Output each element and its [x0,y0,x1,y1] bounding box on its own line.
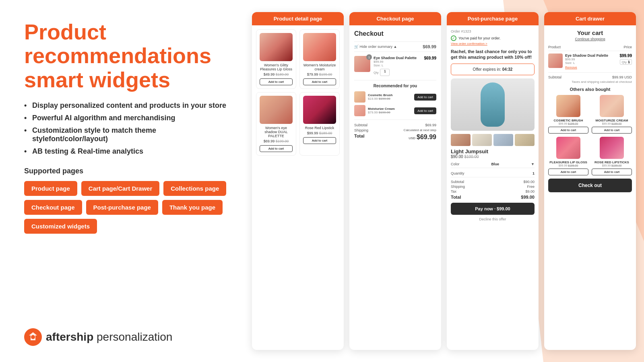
feature-item: Customization style to match theme style… [24,126,228,143]
order-summary-toggle[interactable]: 🛒 Hide order summary ▲ $69.99 [354,41,436,52]
cart-subtotal-val: $99.99 USD [612,75,632,79]
cart-product-image [548,53,563,68]
post-purchase-panel: Post-purchase page Order #1323 ✓ You've … [447,12,539,350]
checkout-button[interactable]: Check out [548,179,632,192]
chevron-down-icon: ▼ [531,162,535,166]
product-name-4: Rose Red Lipstick [305,126,334,130]
rec-image-1 [354,91,365,103]
checkout-panel: Checkout page Checkout 🛒 Hide order summ… [349,12,441,350]
product-main-name: Light Jumpsuit [451,148,535,154]
cart-prod-price: $99.99 [565,58,617,61]
product-showcase [451,78,535,131]
add-to-cart-btn-1[interactable]: Add to cart [260,78,293,85]
decline-link[interactable]: Decline this offer [451,217,535,221]
cart-rec-item-2: MOISTURIZE CREAM $99.99 $199.00 Add to c… [592,95,632,134]
summary-price: $69.99 [423,44,436,49]
shipping-row: Shipping Calculated at next step [354,128,436,132]
left-panel: Product recommendations smart widgets Di… [0,0,252,362]
your-cart-title: Your cart [548,29,632,36]
cart-rec-add-btn-1[interactable]: Add to cart [548,127,588,134]
product-name-1: Women's Glitty Pleasures Lip Gloss [260,63,293,71]
add-to-cart-btn-3[interactable]: Add to cart [260,145,293,152]
brand-name: aftership personalization [46,331,172,343]
page-badge[interactable]: Collections page [163,181,226,196]
showcase-thumbs [451,134,535,146]
cart-tax-note: Taxes and shipping calculated at checkou… [548,80,632,84]
page-badge[interactable]: Post-purchase page [86,200,158,215]
color-select[interactable]: Color Blue ▼ [451,160,535,168]
cart-rec-image-1 [556,95,580,117]
post-subtotal-row: Subtotal $90.00 [451,180,535,184]
recommended-section: Recommended for you Cosmetic Brush $19.9… [354,80,436,116]
rec-add-btn-1[interactable]: Add to cart [414,94,436,101]
pay-now-button[interactable]: Pay now · $99.00 [451,203,535,215]
cart-drawer-header: Cart drawer [544,12,636,25]
cart-product-row: Eye Shadow Dual Palette $99.99 Size: L R… [548,53,632,69]
post-purchase-header: Post-purchase page [447,12,539,25]
page-badge[interactable]: Customized widgets [24,219,97,234]
rec-item-2: Moisturize Cream $79.99 $190.00 Add to c… [354,105,436,116]
post-shipping-row: Shipping Free [451,185,535,189]
cart-prod-size: Size: L [565,61,617,65]
cart-subtotal-row: Subtotal $99.99 USD [548,72,632,79]
color-val: Blue [491,162,500,166]
upsell-message: Rachel, the last chance for only you to … [451,49,535,60]
rec-item-1: Cosmetic Brush $19.99 $199.00 Add to car… [354,91,436,103]
checkout-cart-item-image: 1 [354,56,370,72]
cart-qty-val: 1 [628,60,630,64]
view-order-link[interactable]: View order confirmation > [451,42,535,45]
paid-notice: ✓ You've paid for your order. [451,35,535,41]
qty-select[interactable]: Quantity 1 [451,170,535,177]
cart-rec-prices-1: $99.99 $199.00 [559,122,578,125]
rec-add-btn-2[interactable]: Add to cart [414,107,436,114]
qty-select-label: Quantity [451,171,464,175]
page-badge[interactable]: Checkout page [24,200,82,215]
checkout-item-name: Eye Shadow Dual Palette [374,56,421,60]
thumb-4[interactable] [515,134,535,146]
product-card-3: Women's eye shadow DUAL PALETTE $69.99 $… [256,92,296,156]
cart-rec-add-btn-4[interactable]: Add to cart [592,169,632,175]
product-name-2: Women's Moisturize cream [303,63,336,71]
cart-rec-item-3: PLEASURES LIP GLOSS $99.99 $199.00 Add t… [548,137,588,175]
aftership-icon [24,328,42,346]
hero-title: Product recommendations smart widgets [24,20,228,92]
continue-shopping-link[interactable]: Continue shopping [548,37,632,41]
product-image-1 [260,33,293,61]
add-to-cart-btn-2[interactable]: Add to cart [303,78,336,85]
offer-time: 04:32 [502,67,513,72]
supported-pages-label: Supported pages [24,167,228,175]
showcase-main [451,78,535,131]
svg-point-1 [31,335,35,339]
cart-subtotal-label: Subtotal [548,75,561,79]
cart-rec-item-4: ROSE RED LIPSTICKS $99.99 $199.00 Add to… [592,137,632,175]
checkout-item-total: $69.99 [424,56,436,60]
thumb-3[interactable] [493,134,513,146]
page-badge[interactable]: Thank you page [162,200,223,215]
total-row: Total USD$69.99 [354,134,436,141]
product-card-1: Women's Glitty Pleasures Lip Gloss $49.9… [256,29,296,89]
thumb-2[interactable] [472,134,492,146]
product-card-4: Rose Red Lipstick $99.99 $189.00 Add to … [299,92,340,156]
cart-remove-link[interactable]: Remove [565,66,577,69]
cart-rec-prices-2: $99.99 $199.00 [602,122,622,125]
rec-item-2-name: Moisturize Cream [368,107,412,111]
qty-input[interactable]: 1 [380,69,390,76]
color-label: Color [451,162,460,166]
cart-rec-prices-4: $99.99 $199.00 [602,164,622,167]
cart-badge: 1 [366,54,372,60]
product-image-2 [303,33,336,61]
add-to-cart-btn-4[interactable]: Add to cart [303,137,336,144]
thumb-1[interactable] [451,134,471,146]
checkout-title: Checkout [354,30,436,37]
product-col-label: Product [548,45,561,49]
others-bought-title: Others also bought [548,87,632,92]
page-badge[interactable]: Cart page/Cart Drawer [81,181,159,196]
product-detail-header: Product detail page [252,12,344,25]
badge-grid: Product pageCart page/Cart DrawerCollect… [24,181,228,234]
cart-rec-add-btn-2[interactable]: Add to cart [592,127,632,134]
page-badge[interactable]: Product page [24,181,77,196]
post-purchase-body: Order #1323 ✓ You've paid for your order… [447,25,539,225]
recommended-title: Recommended for you [354,84,436,88]
cart-rec-add-btn-3[interactable]: Add to cart [548,169,588,175]
cart-prod-total: $99.99 [619,53,632,58]
